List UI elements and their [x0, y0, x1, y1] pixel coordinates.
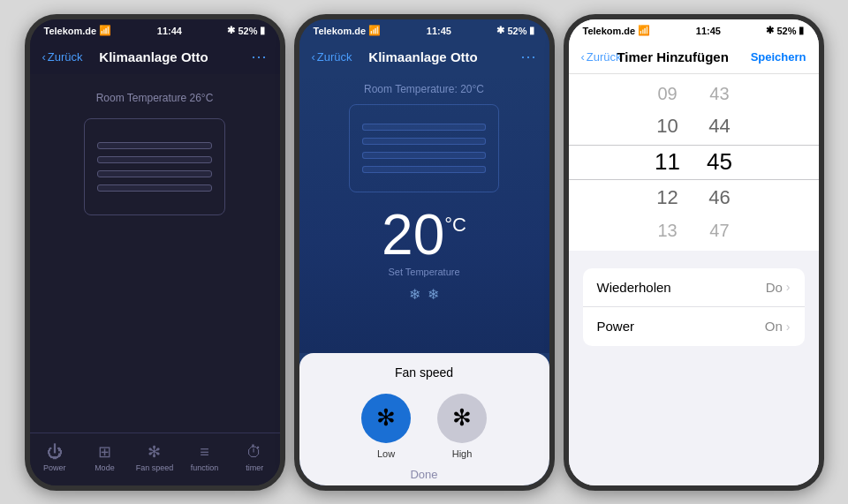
- phone1-tab-bar: ⏻ Power ⊞ Mode ✻ Fan speed ≡ function ⏱ …: [30, 433, 280, 485]
- tab-function[interactable]: ≡ function: [179, 443, 230, 472]
- phone1-status-right: ✱ 52% ▮: [227, 25, 265, 36]
- fan-low-icon: ✻: [376, 404, 396, 432]
- phone3-carrier: Telekom.de: [583, 26, 636, 36]
- power-icon: ⏻: [47, 443, 63, 462]
- phone2-temp-display: 20 °C: [382, 207, 466, 263]
- phone1-back-chevron: ‹: [42, 50, 46, 64]
- phone2-temp-unit: °C: [444, 214, 466, 237]
- phone2-vent-2: [362, 138, 486, 145]
- wiederholen-value: Do ›: [766, 280, 791, 295]
- phone1-status-bar: Telekom.de 📶 11:44 ✱ 52% ▮: [30, 19, 280, 41]
- min-43: 43: [709, 83, 729, 104]
- phone3-time: 11:45: [696, 26, 721, 36]
- phone2-vent-1: [362, 124, 486, 131]
- fan-done-button[interactable]: Done: [410, 468, 437, 481]
- tab-fanspeed-label: Fan speed: [136, 463, 174, 472]
- phone3-bluetooth-icon: ✱: [766, 25, 774, 36]
- phone2: Telekom.de 📶 11:45 ✱ 52% ▮ ‹ Zurück Klim…: [294, 14, 555, 491]
- hour-11: 11: [655, 148, 680, 176]
- phone2-time: 11:45: [427, 26, 451, 36]
- power-label: Power: [597, 319, 765, 334]
- phone2-vent-3: [362, 152, 486, 159]
- phone1-nav-title: Klimaanlage Otto: [57, 49, 252, 64]
- fan-option-low[interactable]: ✻ Low: [361, 394, 411, 459]
- phone2-nav-bar: ‹ Zurück Klimaanlage Otto ···: [299, 41, 549, 74]
- fan-option-high[interactable]: ✻ High: [437, 394, 487, 459]
- phone1-dots-button[interactable]: ···: [251, 48, 267, 66]
- wiederholen-label: Wiederholen: [597, 280, 766, 295]
- mode-icon: ⊞: [98, 442, 111, 462]
- hour-09: 09: [657, 83, 677, 104]
- fanspeed-icon: ✻: [148, 442, 161, 462]
- hour-10: 10: [656, 115, 678, 138]
- phone1-bluetooth-icon: ✱: [227, 25, 235, 36]
- phones-container: Telekom.de 📶 11:44 ✱ 52% ▮ ‹ Zurück Klim…: [0, 0, 848, 504]
- phone1-room-temp: Room Temperature 26°C: [96, 92, 214, 104]
- time-picker-columns: 09 10 11 12 13 43 44 45 46 47: [655, 83, 732, 242]
- power-val-text: On: [765, 319, 783, 334]
- phone1-nav-bar: ‹ Zurück Klimaanlage Otto ···: [30, 41, 280, 74]
- min-46: 46: [708, 186, 730, 209]
- phone1-vent-1: [97, 142, 212, 149]
- phone2-fan-speed-sheet: Fan speed ✻ Low ✻ High Done: [299, 353, 549, 485]
- phone3-status-right: ✱ 52% ▮: [766, 25, 804, 36]
- phone3-back-chevron: ‹: [581, 50, 585, 64]
- phone1-battery-icon: ▮: [260, 25, 265, 36]
- wiederholen-val-text: Do: [766, 280, 783, 295]
- snowflake-icon-2: ❄: [428, 286, 439, 303]
- tab-function-label: function: [191, 463, 219, 472]
- phone2-nav-title: Klimaanlage Otto: [326, 49, 521, 64]
- phone2-bluetooth-icon: ✱: [496, 25, 504, 36]
- phone2-status-right: ✱ 52% ▮: [496, 25, 534, 36]
- phone3-nav-bar: ‹ Zurück Timer Hinzufügen Speichern: [569, 41, 819, 74]
- min-47: 47: [709, 220, 729, 241]
- phone3: Telekom.de 📶 11:45 ✱ 52% ▮ ‹ Zurück Time…: [564, 14, 824, 491]
- phone2-set-temp-label: Set Temperature: [388, 267, 459, 277]
- fan-low-label: Low: [377, 448, 395, 459]
- phone2-status-bar: Telekom.de 📶 11:45 ✱ 52% ▮: [299, 19, 549, 41]
- tab-fanspeed[interactable]: ✻ Fan speed: [130, 442, 180, 472]
- phone2-dots-button[interactable]: ···: [520, 48, 536, 66]
- hour-13: 13: [657, 220, 677, 241]
- tab-power[interactable]: ⏻ Power: [30, 443, 80, 472]
- phone2-mode-icons: ❄ ❄: [409, 286, 439, 303]
- settings-section: Wiederholen Do › Power On ›: [569, 268, 819, 346]
- fan-circle-low: ✻: [361, 394, 411, 443]
- phone1-vent-4: [97, 184, 212, 192]
- phone1-vent-2: [97, 156, 212, 163]
- power-value: On ›: [765, 319, 791, 334]
- phone3-content: 09 10 11 12 13 43 44 45 46 47: [569, 74, 819, 485]
- phone2-battery-icon: ▮: [529, 25, 534, 36]
- phone3-nav-title: Timer Hinzufügen: [595, 49, 751, 64]
- settings-row-power[interactable]: Power On ›: [583, 307, 805, 346]
- tab-timer[interactable]: ⏱ timer: [230, 443, 280, 472]
- phone2-back-chevron: ‹: [312, 50, 315, 64]
- phone3-status-left: Telekom.de 📶: [583, 25, 651, 36]
- min-44: 44: [708, 115, 730, 138]
- fan-speed-title: Fan speed: [395, 365, 453, 380]
- phone2-ac-unit: [349, 104, 499, 192]
- tab-power-label: Power: [43, 463, 66, 472]
- timer-icon: ⏱: [246, 443, 262, 462]
- phone1-wifi-icon: 📶: [99, 25, 111, 36]
- phone1-status-left: Telekom.de 📶: [44, 25, 112, 36]
- time-picker[interactable]: 09 10 11 12 13 43 44 45 46 47: [569, 74, 819, 251]
- phone2-wifi-icon: 📶: [368, 25, 381, 36]
- phone2-vent-4: [362, 166, 486, 173]
- phone1-time: 11:44: [157, 26, 182, 36]
- power-chevron: ›: [786, 320, 791, 334]
- fan-options-container: ✻ Low ✻ High: [361, 394, 487, 459]
- minutes-column: 43 44 45 46 47: [707, 83, 732, 242]
- settings-row-wiederholen[interactable]: Wiederholen Do ›: [583, 268, 805, 307]
- wiederholen-chevron: ›: [786, 280, 791, 294]
- phone1-battery: 52%: [238, 26, 257, 36]
- phone2-carrier: Telekom.de: [314, 26, 367, 36]
- tab-mode-label: Mode: [95, 463, 115, 472]
- phone2-status-left: Telekom.de 📶: [314, 25, 382, 36]
- min-45: 45: [707, 148, 732, 176]
- phone3-save-button[interactable]: Speichern: [751, 50, 806, 64]
- phone3-battery: 52%: [776, 26, 796, 36]
- tab-mode[interactable]: ⊞ Mode: [80, 442, 130, 472]
- hour-12: 12: [656, 186, 678, 209]
- fan-high-icon: ✻: [452, 404, 472, 432]
